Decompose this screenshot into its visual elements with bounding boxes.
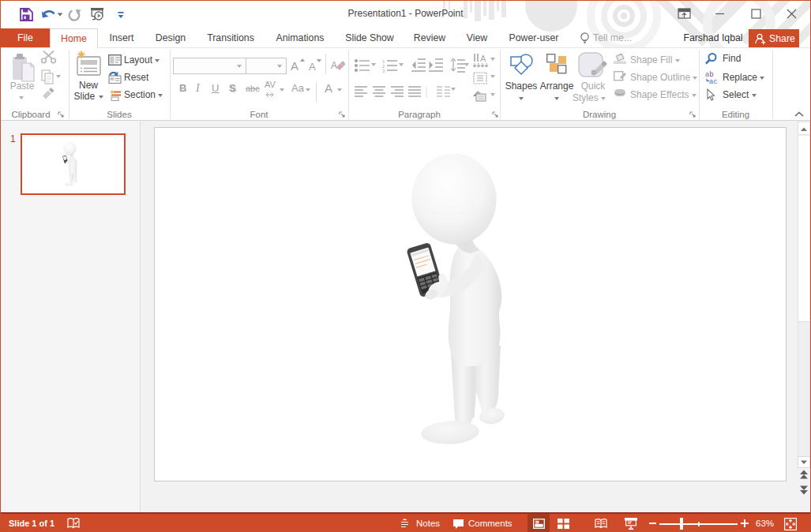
svg-text:3: 3 (382, 69, 385, 73)
svg-text:c: c (714, 77, 718, 85)
svg-text:A: A (309, 61, 316, 73)
svg-text:A: A (480, 54, 486, 63)
svg-text:a: a (709, 77, 713, 85)
svg-text:A: A (331, 60, 337, 71)
svg-text:A: A (291, 59, 298, 73)
